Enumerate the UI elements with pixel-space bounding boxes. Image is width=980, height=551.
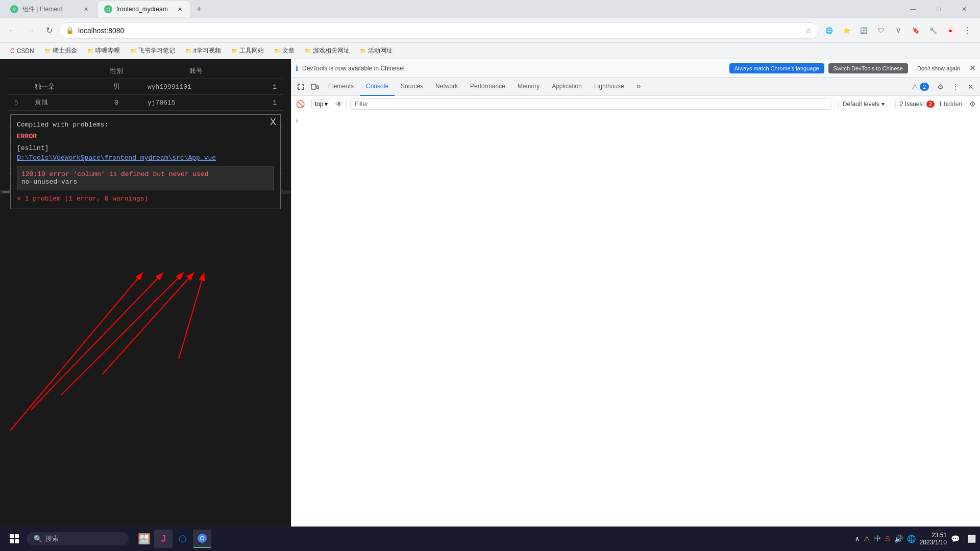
console-settings-button[interactable]: ⚙ [969,100,976,108]
device-toolbar-button[interactable] [308,80,322,94]
taskbar-app-1[interactable]: 🪟 [135,530,153,548]
nav-actions: 🌐 ⭐ 🔄 🛡 V 🔖 🔧 ● ⋮ [821,22,976,39]
more-options-button[interactable]: ⋮ [948,80,963,94]
extension-btn-7[interactable]: 🔧 [925,22,941,39]
settings-button[interactable]: ⚙ [933,80,947,94]
tab-close-frontend[interactable]: ✕ [176,5,184,13]
bookmark-tools[interactable]: 📁 工具网站 [227,45,268,56]
tab-application[interactable]: Application [546,78,588,96]
tab-element[interactable]: V 组件 | Element ✕ [4,1,96,17]
eye-icon[interactable]: 👁 [334,99,344,109]
bookmark-label-games: 游戏相关网址 [313,46,350,55]
title-bar: V 组件 | Element ✕ ⬡ frontend_mydream ✕ + … [0,0,980,18]
back-button[interactable]: ← [4,22,20,39]
issues-count-badge: 2 [926,101,935,108]
star-icon[interactable]: ☆ [805,27,812,35]
devtools-actions: ⚠ 2 ⚙ ⋮ ✕ [909,80,978,94]
taskbar-notification-icon[interactable]: 💬 [951,535,960,543]
address-bar[interactable]: 🔒 localhost:8080 ☆ [59,22,819,39]
taskbar-network-icon[interactable]: 🌐 [907,535,916,543]
extension-btn-2[interactable]: ⭐ [838,22,854,39]
bookmark-csdn[interactable]: C CSDN [6,46,38,56]
tab-console[interactable]: Console [360,78,395,96]
svg-rect-9 [15,534,19,538]
taskbar-volume-icon[interactable]: 🔊 [894,535,903,543]
tab-title-element: 组件 | Element [22,5,78,14]
taskbar-app-chrome[interactable] [193,530,211,548]
taskbar-lang-indicator[interactable]: 中 [874,534,881,543]
close-devtools-button[interactable]: ✕ [964,80,978,94]
maximize-button[interactable]: □ [927,1,950,17]
new-tab-button[interactable]: + [192,2,206,16]
bookmark-icon-tools: 📁 [231,48,237,54]
bookmark-events[interactable]: 📁 活动网址 [356,45,397,56]
tab-sources[interactable]: Sources [395,78,429,96]
start-button[interactable] [4,529,24,549]
eslint-tag: [eslint] [17,144,48,152]
taskbar-clock[interactable]: 23:51 2023/1/10 [920,532,947,546]
bookmark-games[interactable]: 📁 游戏相关网址 [301,45,354,56]
error-summary: ✕ 1 problem (1 error, 0 warnings) [17,194,274,203]
top-selector-wrapper: top ▾ [311,99,331,109]
context-selector[interactable]: top ▾ [311,99,331,109]
issues-icon: ⚠ [912,83,918,91]
bookmark-bilibili[interactable]: 📁 哔哩哔哩 [83,45,124,56]
extension-btn-6[interactable]: 🔖 [908,22,924,39]
taskbar-app-vscode[interactable]: ⬡ [174,530,192,548]
console-filter-input[interactable] [350,98,831,110]
banner-close-button[interactable]: ✕ [969,63,976,73]
tab-memory[interactable]: Memory [511,78,546,96]
extension-btn-4[interactable]: 🛡 [873,22,889,39]
issues-badge: 2 [920,83,929,91]
default-levels-dropdown[interactable]: Default levels ▾ [838,101,889,108]
bookmark-articles[interactable]: 📁 文章 [270,45,299,56]
console-expand-arrow[interactable]: › [293,114,978,127]
bookmark-icon-bilibili: 📁 [87,48,93,54]
svg-point-14 [201,537,204,540]
svg-line-3 [61,272,184,395]
issues-button[interactable]: ⚠ 2 [909,80,932,94]
tab-more[interactable]: » [630,78,647,96]
extension-btn-1[interactable]: 🌐 [821,22,837,39]
navigation-bar: ← → ↻ 🔒 localhost:8080 ☆ 🌐 ⭐ 🔄 🛡 V 🔖 🔧 ●… [0,18,980,43]
dont-show-again-button[interactable]: Don't show again [912,63,965,73]
refresh-button[interactable]: ↻ [41,22,57,39]
bookmark-feishu[interactable]: 📁 飞书学习笔记 [126,45,179,56]
extension-btn-5[interactable]: V [890,22,906,39]
bookmark-icon-articles: 📁 [274,48,280,54]
tab-performance[interactable]: Performance [464,78,511,96]
bookmark-juejin[interactable]: 📁 稀土掘金 [40,45,81,56]
web-page-panel: 性别 账号 独一朵 男 wyh19991101 1 5 [0,59,291,527]
console-clear-button[interactable]: 🚫 [296,99,305,109]
error-line-text: 120:19 error 'column' is defined but nev… [21,170,270,178]
info-icon: ℹ [296,64,298,72]
tab-elements[interactable]: Elements [322,78,360,96]
error-file-path: D:\Tools\VueWorkSpace\frontend_mydream\s… [17,154,274,162]
toolbar-divider-2 [347,99,347,109]
bookmark-label-tools: 工具网站 [239,46,264,55]
taskbar-corner[interactable]: ⬜ [964,535,976,543]
switch-devtools-button[interactable]: Switch DevTools to Chinese [828,63,908,73]
tab-network[interactable]: Network [429,78,464,96]
taskbar-warning-icon: ⚠ [864,535,870,543]
tab-frontend[interactable]: ⬡ frontend_mydream ✕ [98,1,190,17]
minimize-button[interactable]: — [901,1,925,17]
taskbar-search[interactable]: 🔍 搜索 [27,532,129,545]
error-type-label: ERROR [17,133,274,140]
error-rule-text: no-unused-vars [21,178,270,186]
svg-rect-10 [10,539,14,543]
forward-button[interactable]: → [22,22,39,39]
tab-lighthouse[interactable]: Lighthouse [588,78,630,96]
taskbar-expand-icon[interactable]: ∧ [855,535,860,542]
error-close-button[interactable]: X [266,115,280,130]
close-window-button[interactable]: ✕ [952,1,976,17]
menu-button[interactable]: ⋮ [960,22,976,39]
match-language-button[interactable]: Always match Chrome's language [729,63,824,73]
extension-btn-3[interactable]: 🔄 [855,22,872,39]
extension-btn-8[interactable]: ● [942,22,959,39]
taskbar-app-jetbrains[interactable]: J [154,530,173,548]
inspect-element-button[interactable] [293,80,308,94]
tab-close-element[interactable]: ✕ [82,5,90,13]
bookmark-it[interactable]: 📁 it学习视频 [181,45,225,56]
bookmark-icon-events: 📁 [360,48,366,54]
